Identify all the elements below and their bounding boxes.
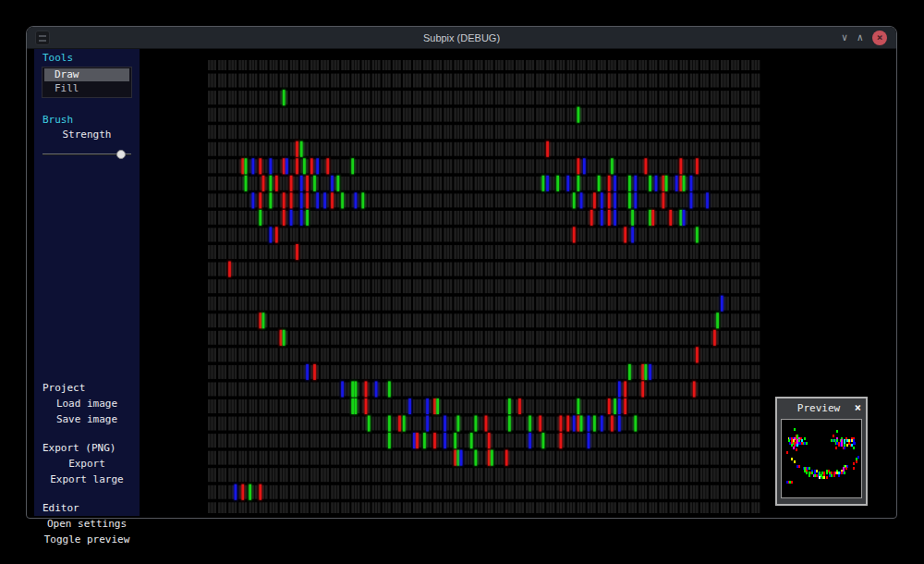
preview-header[interactable]: Preview × [777,398,866,417]
editor-header: Editor [34,499,140,516]
brush-header: Brush [34,111,140,128]
export-large-button[interactable]: Export large [34,472,140,487]
toggle-preview-button[interactable]: Toggle preview [34,532,140,547]
sidebar: Tools Draw Fill Brush Strength Project L… [34,49,140,516]
strength-slider[interactable] [43,149,131,160]
open-settings-button[interactable]: Open settings [34,516,140,532]
preview-title: Preview [777,402,851,414]
maximize-button[interactable]: ∧ [857,31,863,45]
save-image-button[interactable]: Save image [34,411,140,427]
titlebar[interactable]: Subpix (DEBUG) ∨ ∧ × [27,27,896,49]
preview-panel[interactable]: Preview × [775,397,868,506]
preview-close-icon[interactable]: × [851,401,866,414]
load-image-button[interactable]: Load image [34,396,140,411]
tool-item-draw[interactable]: Draw [44,68,129,81]
tool-list: Draw Fill [42,67,132,98]
strength-slider-handle[interactable] [116,150,126,159]
window-title: Subpix (DEBUG) [27,32,896,43]
tools-header: Tools [34,49,140,66]
preview-content [781,419,862,498]
tool-item-fill[interactable]: Fill [44,82,129,95]
export-button[interactable]: Export [34,456,140,472]
subpixel-canvas[interactable] [208,60,762,513]
close-button[interactable]: × [872,31,887,45]
minimize-button[interactable]: ∨ [842,31,848,45]
export-header: Export (PNG) [34,439,140,456]
app-window: Subpix (DEBUG) ∨ ∧ × Tools Draw Fill Bru… [26,26,897,519]
project-header: Project [34,379,140,396]
preview-image [784,423,862,486]
strength-label: Strength [34,128,140,141]
